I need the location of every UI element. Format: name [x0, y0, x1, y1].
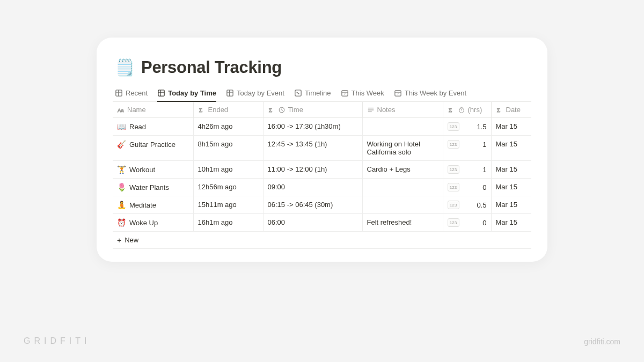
tab-this-week-by-event[interactable]: This Week by Event — [394, 89, 466, 102]
view-tabs: RecentToday by TimeToday by EventTimelin… — [113, 89, 531, 102]
tracking-table: Name Ended Time — [113, 102, 531, 249]
row-time: 11:00 -> 12:00 (1h) — [263, 161, 362, 179]
new-row[interactable]: + New — [113, 232, 531, 249]
row-hrs: 1.5 — [474, 123, 487, 131]
row-notes — [362, 118, 443, 136]
row-time: 12:45 -> 13:45 (1h) — [263, 136, 362, 161]
row-name: Read — [129, 123, 146, 131]
number-badge: 123 — [448, 218, 459, 227]
row-ended: 15h11m ago — [193, 196, 263, 214]
tab-label: This Week by Event — [405, 89, 466, 97]
row-name: Meditate — [129, 201, 156, 209]
row-emoji: 🧘 — [117, 201, 126, 209]
row-notes — [362, 179, 443, 196]
col-header-ended[interactable]: Ended — [193, 102, 263, 118]
col-header-time[interactable]: Time — [263, 102, 362, 118]
tab-timeline[interactable]: Timeline — [294, 89, 331, 102]
table-row[interactable]: ⏰Woke Up16h1m ago06:00Felt refreshed!123… — [113, 214, 531, 232]
tab-today-by-event[interactable]: Today by Event — [226, 89, 284, 102]
tab-recent[interactable]: Recent — [115, 89, 148, 102]
row-name: Water Plants — [129, 183, 169, 191]
col-header-date[interactable]: Date — [491, 102, 531, 118]
row-date: Mar 15 — [491, 136, 531, 161]
row-notes — [362, 196, 443, 214]
timeline-icon — [294, 89, 302, 97]
col-label: Time — [288, 106, 303, 114]
table-row[interactable]: 🧘Meditate15h11m ago06:15 -> 06:45 (30m)1… — [113, 196, 531, 214]
sigma-icon — [496, 106, 503, 114]
table-icon — [157, 89, 165, 97]
calendar-icon — [394, 89, 402, 97]
row-emoji: ⏰ — [117, 218, 126, 227]
sigma-icon — [268, 106, 275, 114]
row-hrs: 1 — [474, 166, 487, 174]
row-notes: Cardio + Legs — [362, 161, 443, 179]
row-time: 09:00 — [263, 179, 362, 196]
row-emoji: 🌷 — [117, 183, 126, 191]
number-badge: 123 — [448, 165, 459, 174]
page-icon[interactable]: 🗒️ — [115, 60, 135, 76]
table-row[interactable]: 📖Read4h26m ago16:00 -> 17:30 (1h30m)1231… — [113, 118, 531, 136]
col-label: Ended — [208, 106, 229, 114]
col-label: (hrs) — [468, 106, 482, 114]
row-ended: 16h1m ago — [193, 214, 263, 232]
tab-this-week[interactable]: This Week — [341, 89, 384, 102]
table-row[interactable]: 🌷Water Plants12h56m ago09:001230Mar 15 — [113, 179, 531, 196]
col-header-notes[interactable]: Notes — [362, 102, 443, 118]
text-icon — [117, 106, 125, 114]
row-ended: 10h1m ago — [193, 161, 263, 179]
plus-icon: + — [117, 237, 121, 244]
tracking-card: 🗒️ Personal Tracking RecentToday by Time… — [97, 38, 547, 262]
row-date: Mar 15 — [491, 161, 531, 179]
table-icon — [226, 89, 234, 97]
row-name: Guitar Practice — [129, 141, 175, 149]
row-hrs: 0 — [474, 183, 487, 191]
page-title-row: 🗒️ Personal Tracking — [113, 58, 531, 77]
col-header-hrs[interactable]: (hrs) — [443, 102, 491, 118]
number-badge: 123 — [448, 140, 459, 149]
tab-label: Recent — [126, 89, 148, 97]
row-ended: 12h56m ago — [193, 179, 263, 196]
row-hrs: 0 — [474, 219, 487, 227]
col-label: Notes — [377, 106, 396, 114]
sigma-icon — [198, 106, 206, 114]
calendar-icon — [341, 89, 349, 97]
row-date: Mar 15 — [491, 179, 531, 196]
col-header-name[interactable]: Name — [113, 102, 193, 118]
row-date: Mar 15 — [491, 118, 531, 136]
row-ended: 4h26m ago — [193, 118, 263, 136]
clock-icon — [278, 106, 286, 114]
row-time: 06:00 — [263, 214, 362, 232]
number-badge: 123 — [448, 201, 459, 209]
row-name: Workout — [129, 166, 155, 174]
col-label: Name — [127, 106, 146, 114]
row-date: Mar 15 — [491, 214, 531, 232]
row-name: Woke Up — [129, 219, 158, 227]
tab-label: Today by Event — [237, 89, 284, 97]
stopwatch-icon — [458, 106, 465, 114]
row-time: 16:00 -> 17:30 (1h30m) — [263, 118, 362, 136]
table-row[interactable]: 🏋️Workout10h1m ago11:00 -> 12:00 (1h)Car… — [113, 161, 531, 179]
number-badge: 123 — [448, 122, 459, 131]
table-icon — [115, 89, 123, 97]
tab-today-by-time[interactable]: Today by Time — [157, 89, 216, 102]
tab-label: This Week — [352, 89, 384, 97]
row-date: Mar 15 — [491, 196, 531, 214]
number-badge: 123 — [448, 183, 459, 191]
footer-brand: GRIDFITI — [24, 336, 90, 346]
row-emoji: 📖 — [117, 122, 126, 131]
page-title[interactable]: Personal Tracking — [141, 58, 282, 77]
row-time: 06:15 -> 06:45 (30m) — [263, 196, 362, 214]
sigma-icon — [448, 106, 455, 114]
row-notes: Felt refreshed! — [362, 214, 443, 232]
row-emoji: 🎸 — [117, 140, 126, 149]
row-hrs: 0.5 — [474, 201, 487, 209]
table-row[interactable]: 🎸Guitar Practice8h15m ago12:45 -> 13:45 … — [113, 136, 531, 161]
tab-label: Today by Time — [168, 89, 216, 97]
new-row-label: New — [125, 236, 138, 244]
lines-icon — [367, 106, 375, 114]
row-notes: Working on Hotel California solo — [362, 136, 443, 161]
row-emoji: 🏋️ — [117, 165, 126, 174]
row-hrs: 1 — [474, 141, 487, 149]
row-ended: 8h15m ago — [193, 136, 263, 161]
